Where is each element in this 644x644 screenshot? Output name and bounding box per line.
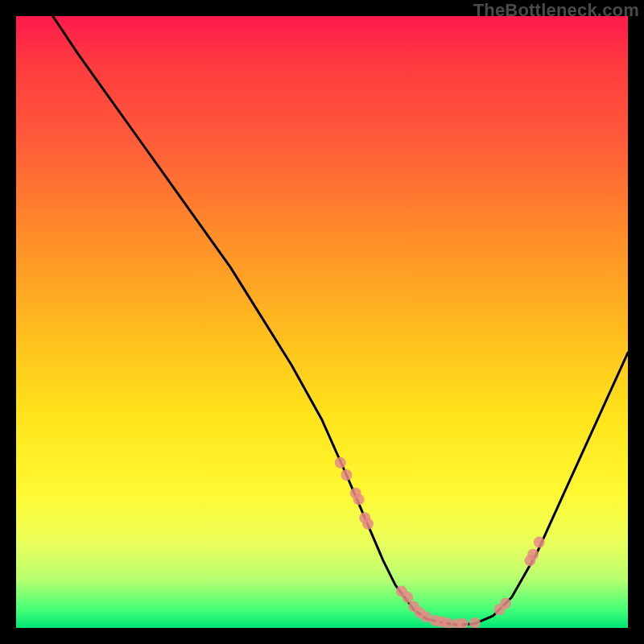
marker-point [353,493,365,505]
chart-container: TheBottleneck.com [0,0,644,644]
marker-point [402,592,413,603]
curve-layer [16,16,628,628]
marker-point [527,549,539,560]
plot-area [16,16,628,628]
bottleneck-curve [53,16,628,625]
marker-point [469,617,481,628]
marker-point [335,457,346,469]
marker-point [534,537,545,548]
marker-point [362,518,374,530]
marker-point [341,469,352,481]
marker-point [500,598,511,609]
